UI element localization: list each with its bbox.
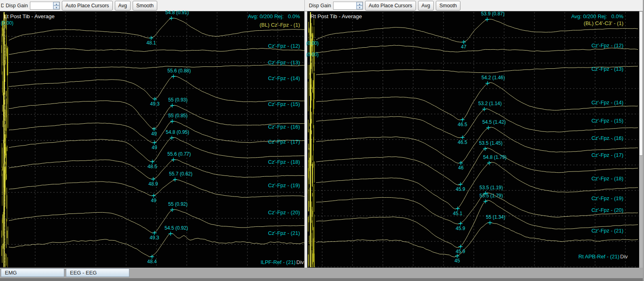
disp-gain-value-right[interactable] <box>334 2 356 9</box>
disp-gain-input-left[interactable]: ▲ ▼ <box>30 2 60 10</box>
toolbar: D Disp Gain ▲ ▼ Auto Place Cursors Avg S… <box>0 0 644 11</box>
disp-gain-label-right: Disp Gain <box>309 3 331 8</box>
disp-gain-label-left: Disp Gain <box>6 3 28 8</box>
auto-place-cursors-button-right[interactable]: Auto Place Cursors <box>365 1 416 11</box>
auto-place-cursors-button-left[interactable]: Auto Place Cursors <box>62 1 113 11</box>
bottom-tab-bar: EMG EEG - EEG <box>0 268 644 278</box>
smooth-button-right[interactable]: Smooth <box>436 1 460 11</box>
avg-button-right[interactable]: Avg <box>418 1 434 11</box>
tab-emg[interactable]: EMG <box>1 268 64 277</box>
smooth-button-left[interactable]: Smooth <box>133 1 157 11</box>
window-bottom-edge <box>0 278 644 281</box>
clipped-label: D <box>1 3 4 8</box>
disp-gain-value-left[interactable] <box>30 2 53 9</box>
panel-divider <box>304 11 307 268</box>
left-waveform-panel[interactable] <box>1 11 304 268</box>
toolbar-right: Disp Gain ▲ ▼ Auto Place Cursors Avg Smo… <box>304 0 460 11</box>
spin-up-icon[interactable]: ▲ <box>357 2 363 6</box>
spin-down-icon[interactable]: ▼ <box>357 6 363 9</box>
spin-down-icon[interactable]: ▼ <box>53 6 59 9</box>
right-waveform-panel[interactable] <box>307 11 639 268</box>
vertical-scrollbar[interactable] <box>639 11 643 268</box>
spin-up-icon[interactable]: ▲ <box>53 2 59 6</box>
avg-button-left[interactable]: Avg <box>115 1 131 11</box>
app-window: D Disp Gain ▲ ▼ Auto Place Cursors Avg S… <box>0 0 644 281</box>
scrollbar-thumb[interactable] <box>639 11 643 156</box>
disp-gain-input-right[interactable]: ▲ ▼ <box>333 2 363 10</box>
toolbar-left: D Disp Gain ▲ ▼ Auto Place Cursors Avg S… <box>1 0 157 11</box>
tab-eeg[interactable]: EEG - EEG <box>66 268 129 277</box>
